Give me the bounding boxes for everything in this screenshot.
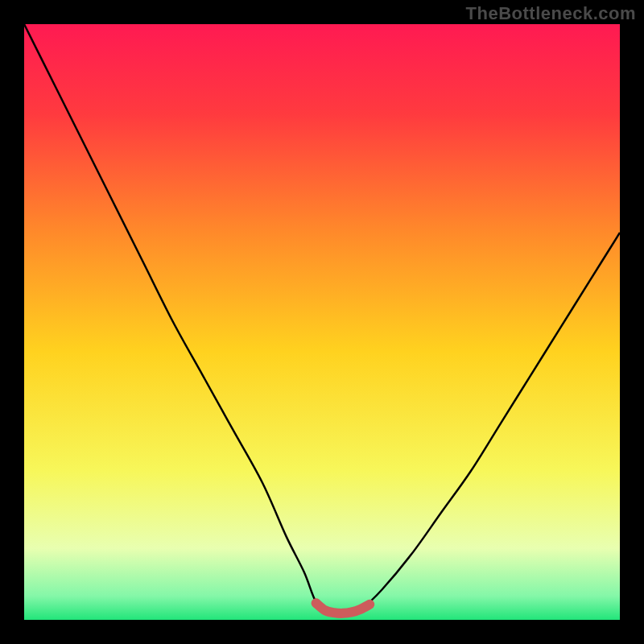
- bottleneck-chart: [24, 24, 620, 620]
- chart-frame: TheBottleneck.com: [0, 0, 644, 644]
- gradient-background: [24, 24, 620, 620]
- watermark-text: TheBottleneck.com: [466, 3, 636, 24]
- plot-area: [24, 24, 620, 620]
